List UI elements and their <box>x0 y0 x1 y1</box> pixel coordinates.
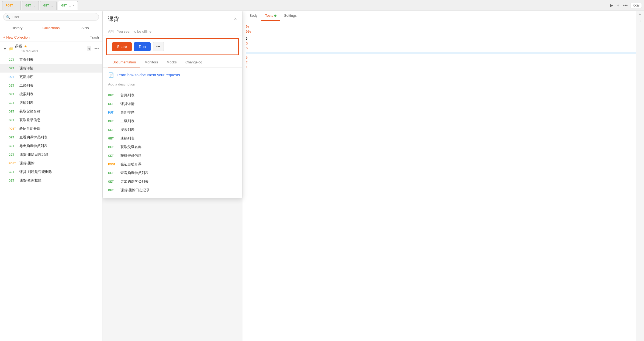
endpoint-name: 获取登录信息 <box>120 153 141 158</box>
list-item[interactable]: GET 获取父级名称 <box>0 107 102 116</box>
sidebar-search-area: 🔍 <box>0 11 102 23</box>
method-tag-post: POST <box>9 162 18 165</box>
tab-tests[interactable]: Tests <box>261 11 280 21</box>
tab-documentation[interactable]: Documentation <box>108 57 140 67</box>
request-name: 导出购课学员列表 <box>19 144 47 148</box>
collection-modal: 课货 × API You seem to be offline Share Ru… <box>102 11 243 198</box>
tab-get2[interactable]: GET ... <box>40 1 57 10</box>
run-button[interactable]: Run <box>134 42 151 51</box>
learn-link[interactable]: Learn how to document your requests <box>117 73 180 77</box>
modal-close-button[interactable]: × <box>234 16 237 22</box>
chevron-down-icon[interactable]: ▼ <box>3 47 7 51</box>
sidebar-nav: History Collections APIs <box>0 23 102 33</box>
code-area: 0; 00; 5 G G S C C <box>243 21 644 341</box>
method-tag-get: GET <box>9 101 18 104</box>
right-label-r: r <box>639 18 642 19</box>
main-layout: 🔍 History Collections APIs + New Collect… <box>0 11 644 341</box>
offline-notice: You seem to be offline <box>117 29 151 33</box>
method-tag-get: GET <box>9 136 18 139</box>
list-item[interactable]: GET 获取登录信息 <box>0 116 102 124</box>
tests-label: Tests <box>265 13 273 18</box>
sidebar-actions: + New Collection Trash <box>0 33 102 42</box>
add-tab-button[interactable]: + <box>616 2 620 9</box>
list-item[interactable]: GET 课货-删除日志记录 <box>0 150 102 159</box>
tab-get1[interactable]: GET ... <box>22 1 39 10</box>
add-description-button[interactable]: Add a description <box>108 82 237 86</box>
list-item[interactable]: GET 导出购课学员列表 <box>0 142 102 150</box>
search-input[interactable] <box>3 13 99 21</box>
trash-button[interactable]: Trash <box>90 35 99 39</box>
method-tag-get: GET <box>9 110 18 113</box>
list-item[interactable]: POST 验证自助开课 <box>0 124 102 133</box>
collapse-arrow-icon[interactable]: ◀ <box>87 46 91 51</box>
tab-get3[interactable]: GET ... × <box>58 1 78 10</box>
method-tag-get: GET <box>108 189 117 192</box>
code-line: G <box>246 46 641 51</box>
list-item[interactable]: GET 课货-查询权限 <box>0 176 102 185</box>
endpoint-name: 搜索列表 <box>120 127 134 132</box>
request-name: 课货-判断是否能删除 <box>19 169 52 174</box>
request-name: 课货-查询权限 <box>19 178 41 183</box>
modal-header: 课货 × <box>103 11 242 27</box>
list-item: GET 课货详情 <box>108 100 237 107</box>
method-tag-post: POST <box>108 163 117 166</box>
request-name: 课货-删除 <box>19 161 34 166</box>
endpoint-name: 二级列表 <box>120 119 134 124</box>
method-badge-post: POST <box>6 4 13 7</box>
tab-action-buttons: ▶ + ••• local <box>609 2 642 9</box>
request-name: 二级列表 <box>19 83 33 88</box>
request-name: 获取父级名称 <box>19 109 40 114</box>
method-tag-get: GET <box>108 128 117 131</box>
highlighted-line <box>246 52 641 54</box>
new-collection-button[interactable]: + New Collection <box>3 35 30 39</box>
list-item[interactable]: GET 查看购课学员列表 <box>0 133 102 142</box>
collection-header-wrap: ▼ 📁 课货 ★ 16 requests ◀ ••• <box>0 42 102 55</box>
sidebar-list: ▼ 📁 课货 ★ 16 requests ◀ ••• GET 首页列表 <box>0 42 102 341</box>
method-tag-get: GET <box>108 137 117 140</box>
folder-icon: 📁 <box>9 47 13 51</box>
request-name: 获取登录信息 <box>19 118 40 122</box>
request-name: 课货-删除日志记录 <box>19 152 49 157</box>
method-tag-post: POST <box>9 127 18 130</box>
method-badge-get3: GET <box>61 4 67 7</box>
endpoint-name: 首页列表 <box>120 93 134 98</box>
list-item: POST 验证自助开课 <box>108 161 237 168</box>
method-tag-get: GET <box>9 67 18 70</box>
sidebar-item-collections[interactable]: Collections <box>34 23 68 33</box>
list-item[interactable]: GET 首页列表 <box>0 55 102 64</box>
tab-settings[interactable]: Settings <box>280 11 300 21</box>
tab-body[interactable]: Body <box>246 11 261 21</box>
list-item[interactable]: GET 课货-判断是否能删除 <box>0 168 102 176</box>
endpoint-name: 更新排序 <box>120 110 134 115</box>
more-tabs-button[interactable]: ••• <box>622 2 629 9</box>
collection-more-button[interactable]: ••• <box>94 46 99 51</box>
play-button[interactable]: ▶ <box>609 2 614 9</box>
tab-post1[interactable]: POST ... <box>2 1 21 10</box>
list-item[interactable]: GET 店铺列表 <box>0 98 102 107</box>
list-item[interactable]: GET 搜索列表 <box>0 90 102 98</box>
code-line: S <box>246 55 641 60</box>
sidebar-item-apis[interactable]: APIs <box>68 23 102 33</box>
share-button[interactable]: Share <box>112 42 132 51</box>
sidebar-item-history[interactable]: History <box>0 23 34 33</box>
more-options-button[interactable]: ••• <box>153 42 164 51</box>
endpoint-name: 获取父级名称 <box>120 145 141 149</box>
tab-mocks[interactable]: Mocks <box>162 57 181 67</box>
list-item[interactable]: PUT 更新排序 <box>0 73 102 81</box>
list-item[interactable]: GET 课货详情 <box>0 64 102 73</box>
method-tag-get: GET <box>108 94 117 97</box>
method-tag-get: GET <box>9 84 18 87</box>
environment-badge[interactable]: local <box>630 3 642 8</box>
code-line: 5 <box>246 36 641 41</box>
tab-changelog[interactable]: Changelog <box>181 57 207 67</box>
method-tag-get: GET <box>108 154 117 157</box>
list-item[interactable]: POST 课货-删除 <box>0 159 102 168</box>
collection-count: 16 requests <box>21 49 38 53</box>
tab-monitors[interactable]: Monitors <box>140 57 162 67</box>
method-tag-get: GET <box>9 119 18 122</box>
list-item[interactable]: GET 二级列表 <box>0 81 102 90</box>
tab-close-icon[interactable]: × <box>73 4 74 7</box>
tests-dot-icon <box>274 15 276 17</box>
list-item: GET 二级列表 <box>108 118 237 125</box>
request-name: 课货详情 <box>19 66 33 71</box>
